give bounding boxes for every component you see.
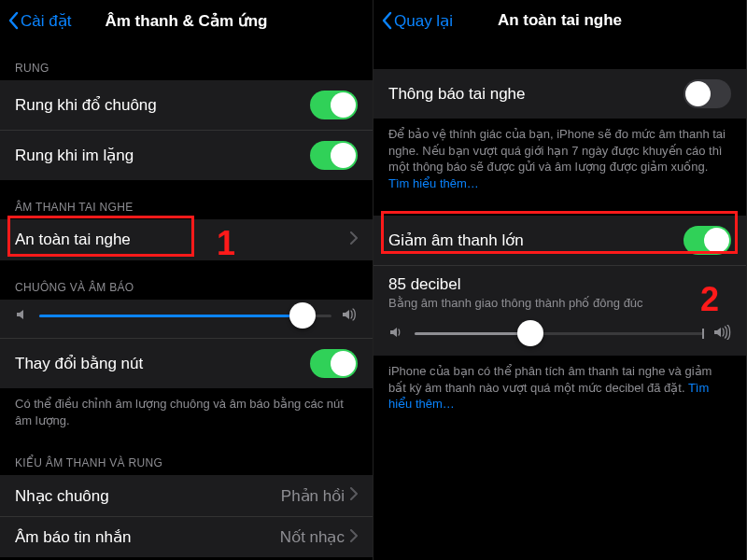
row-label: Nhạc chuông bbox=[15, 486, 281, 506]
page-title: Âm thanh & Cảm ứng bbox=[106, 11, 268, 31]
screenshot-right: Quay lại An toàn tai nghe Thông báo tai … bbox=[374, 0, 747, 560]
volume-high-icon bbox=[712, 325, 731, 343]
back-button[interactable]: Quay lại bbox=[381, 0, 453, 41]
page-title: An toàn tai nghe bbox=[498, 11, 622, 30]
back-button[interactable]: Cài đặt bbox=[7, 0, 71, 41]
chevron-right-icon bbox=[350, 486, 358, 505]
row-label: An toàn tai nghe bbox=[15, 231, 350, 249]
annotation-number-1: 1 bbox=[217, 224, 235, 263]
footer-reduce-text: iPhone của bạn có thể phân tích âm thanh… bbox=[388, 364, 712, 395]
navbar: Cài đặt Âm thanh & Cảm ứng bbox=[0, 0, 373, 41]
back-label: Quay lại bbox=[394, 11, 453, 31]
navbar: Quay lại An toàn tai nghe bbox=[374, 0, 746, 41]
row-label: Thay đổi bằng nút bbox=[15, 354, 310, 373]
row-label: Rung khi im lặng bbox=[15, 146, 310, 165]
chevron-right-icon bbox=[350, 528, 358, 547]
group-ringer: Thay đổi bằng nút bbox=[0, 300, 373, 388]
decibel-value: 85 decibel bbox=[374, 266, 746, 296]
toggle-vibrate-ring[interactable] bbox=[310, 91, 358, 119]
chevron-left-icon bbox=[381, 11, 392, 30]
row-label: Thông báo tai nghe bbox=[388, 85, 684, 104]
row-detail: Nốt nhạc bbox=[280, 527, 345, 547]
toggle-vibrate-silent[interactable] bbox=[310, 141, 358, 170]
toggle-headphone-notification[interactable] bbox=[684, 79, 731, 108]
section-header-headphone: ÂM THANH TAI NGHE bbox=[0, 180, 373, 219]
back-label: Cài đặt bbox=[21, 11, 71, 31]
row-reduce-loud[interactable]: Giảm âm thanh lớn bbox=[374, 216, 746, 265]
decibel-slider-row bbox=[374, 317, 746, 356]
footer-change-buttons: Có thể điều chỉnh âm lượng chuông và âm … bbox=[0, 388, 373, 436]
footer-notice: Để bảo vệ thính giác của bạn, iPhone sẽ … bbox=[374, 119, 746, 199]
annotation-number-2: 2 bbox=[700, 280, 719, 319]
row-vibrate-silent[interactable]: Rung khi im lặng bbox=[0, 130, 373, 180]
volume-slider-row bbox=[0, 300, 373, 338]
volume-low-icon bbox=[388, 325, 405, 343]
section-header-sounds: KIỂU ÂM THANH VÀ RUNG bbox=[0, 436, 373, 475]
toggle-change-buttons[interactable] bbox=[310, 349, 358, 378]
row-label: Giảm âm thanh lớn bbox=[388, 231, 684, 250]
volume-high-icon bbox=[341, 307, 358, 325]
row-label: Rung khi đổ chuông bbox=[15, 95, 310, 115]
group-sounds: Nhạc chuông Phản hồi Âm báo tin nhắn Nốt… bbox=[0, 475, 373, 557]
row-change-with-buttons[interactable]: Thay đổi bằng nút bbox=[0, 338, 373, 388]
section-header-vibration: RUNG bbox=[0, 41, 373, 80]
row-text-tone[interactable]: Âm báo tin nhắn Nốt nhạc bbox=[0, 516, 373, 557]
section-header-ringer: CHUÔNG VÀ ÂM BÁO bbox=[0, 260, 373, 300]
row-headphone-safety[interactable]: An toàn tai nghe bbox=[0, 219, 373, 260]
volume-low-icon bbox=[15, 307, 30, 325]
toggle-reduce-loud[interactable] bbox=[684, 226, 731, 255]
group-headphone: An toàn tai nghe bbox=[0, 219, 373, 260]
chevron-left-icon bbox=[7, 11, 19, 30]
footer-reduce: iPhone của bạn có thể phân tích âm thanh… bbox=[374, 356, 746, 420]
volume-slider[interactable] bbox=[39, 315, 331, 317]
decibel-slider[interactable] bbox=[415, 332, 703, 335]
group-reduce: Giảm âm thanh lớn 85 decibel Bằng âm tha… bbox=[374, 216, 746, 356]
row-ringtone[interactable]: Nhạc chuông Phản hồi bbox=[0, 475, 373, 516]
row-vibrate-ring[interactable]: Rung khi đổ chuông bbox=[0, 80, 373, 130]
group-vibration: Rung khi đổ chuông Rung khi im lặng bbox=[0, 80, 373, 180]
group-notice: Thông báo tai nghe bbox=[374, 69, 746, 119]
learn-more-link[interactable]: Tìm hiểu thêm… bbox=[388, 176, 479, 190]
screenshot-left: Cài đặt Âm thanh & Cảm ứng RUNG Rung khi… bbox=[0, 0, 374, 560]
row-detail: Phản hồi bbox=[281, 486, 345, 506]
decibel-description: Bằng âm thanh giao thông thành phố đông … bbox=[374, 296, 746, 317]
chevron-right-icon bbox=[350, 231, 358, 249]
footer-notice-text: Để bảo vệ thính giác của bạn, iPhone sẽ … bbox=[388, 127, 726, 174]
row-headphone-notification[interactable]: Thông báo tai nghe bbox=[374, 69, 746, 119]
row-label: Âm báo tin nhắn bbox=[15, 527, 280, 547]
